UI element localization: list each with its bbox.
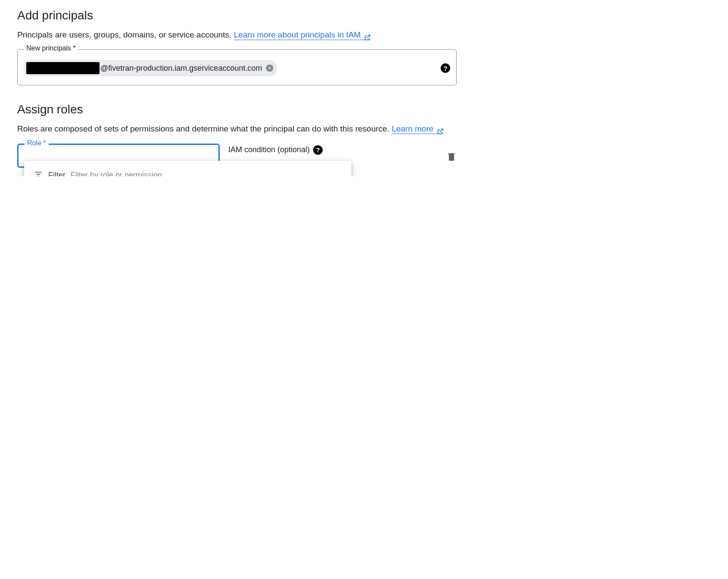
add-principals-heading: Add principals [17,9,457,22]
assign-roles-heading: Assign roles [17,103,457,116]
new-principals-label: New principals * [24,44,78,52]
dropdown-filter-row[interactable]: Filter Filter by role or permission [24,161,352,176]
learn-more-principals-text: Learn more about principals in IAM [234,30,361,39]
filter-label: Filter [48,171,65,176]
add-principals-description: Principals are users, groups, domains, o… [17,28,457,41]
learn-more-principals-link[interactable]: Learn more about principals in IAM [234,30,371,40]
principal-chip-text: @fivetran-production.iam.gserviceaccount… [100,64,262,73]
add-principals-desc-text: Principals are users, groups, domains, o… [17,30,234,39]
filter-placeholder: Filter by role or permission [71,171,162,176]
delete-role-button[interactable] [446,144,457,164]
chip-remove-icon[interactable] [265,64,274,72]
external-link-icon [437,126,444,133]
help-icon[interactable]: ? [441,63,450,73]
filter-icon [34,169,43,176]
iam-condition-label: IAM condition (optional) ? [228,144,323,155]
assign-roles-desc-text: Roles are composed of sets of permission… [17,124,392,133]
iam-condition-text: IAM condition (optional) [228,145,310,154]
redacted-prefix [26,62,100,74]
help-icon[interactable]: ? [313,145,323,155]
assign-roles-description: Roles are composed of sets of permission… [17,122,457,135]
learn-more-roles-link[interactable]: Learn more [392,124,443,134]
learn-more-roles-text: Learn more [392,124,433,133]
principal-chip[interactable]: @fivetran-production.iam.gserviceaccount… [24,60,277,76]
role-select-label: Role * [25,139,49,147]
external-link-icon [364,32,371,39]
new-principals-input[interactable]: New principals * @fivetran-production.ia… [17,49,457,85]
role-dropdown: Filter Filter by role or permission Quic… [24,161,352,176]
